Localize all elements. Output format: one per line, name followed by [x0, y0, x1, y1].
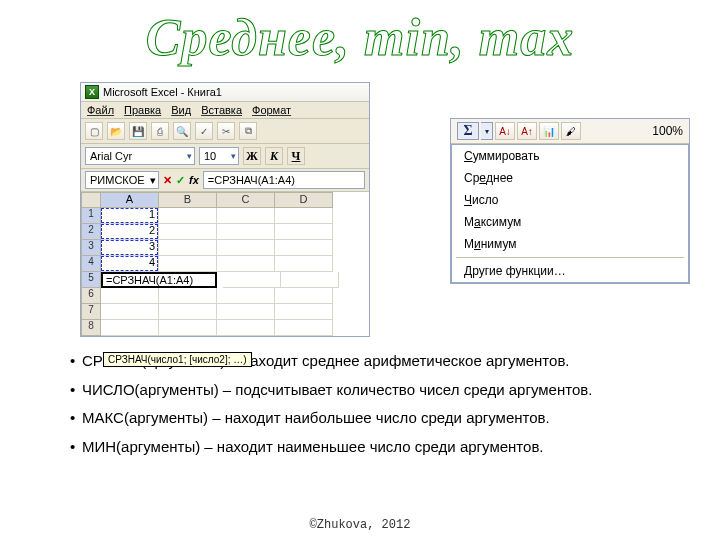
cell[interactable] — [159, 304, 217, 320]
open-icon[interactable]: 📂 — [107, 122, 125, 140]
name-box[interactable]: РИМСКОЕ ▾ — [85, 171, 159, 189]
cell[interactable] — [217, 224, 275, 240]
cell[interactable] — [159, 256, 217, 272]
row-header[interactable]: 5 — [81, 272, 101, 288]
cell[interactable] — [101, 320, 159, 336]
formatting-toolbar: Arial Cyr ▾ 10 ▾ Ж К Ч — [81, 144, 369, 169]
menu-average[interactable]: Среднее — [452, 167, 688, 189]
zoom-value[interactable]: 100% — [652, 124, 683, 138]
enter-icon[interactable]: ✓ — [176, 174, 185, 187]
autosum-toolbar: Σ ▾ A↓ A↑ 📊 🖌 100% Суммировать Среднее Ч… — [450, 118, 690, 284]
menubar: Файл Правка Вид Вставка Формат — [81, 102, 369, 119]
range-highlight — [101, 240, 158, 255]
col-header-a[interactable]: A — [101, 192, 159, 208]
cell-editing[interactable]: =СРЗНАЧ(A1:A4) — [101, 272, 217, 288]
row-header[interactable]: 3 — [81, 240, 101, 256]
sort-asc-icon[interactable]: A↓ — [495, 122, 515, 140]
cell[interactable] — [159, 224, 217, 240]
copy-icon[interactable]: ⧉ — [239, 122, 257, 140]
menu-edit[interactable]: Правка — [124, 104, 161, 116]
col-header-d[interactable]: D — [275, 192, 333, 208]
window-title: Microsoft Excel - Книга1 — [103, 86, 222, 98]
menu-insert[interactable]: Вставка — [201, 104, 242, 116]
font-size-combo[interactable]: 10 ▾ — [199, 147, 239, 165]
row-header[interactable]: 8 — [81, 320, 101, 336]
save-icon[interactable]: 💾 — [129, 122, 147, 140]
cell[interactable] — [159, 288, 217, 304]
row-header[interactable]: 2 — [81, 224, 101, 240]
cell[interactable] — [281, 272, 339, 288]
col-header-c[interactable]: C — [217, 192, 275, 208]
spell-icon[interactable]: ✓ — [195, 122, 213, 140]
autosum-chevron-icon[interactable]: ▾ — [481, 122, 493, 140]
menu-more[interactable]: Другие функции… — [452, 260, 688, 282]
cell[interactable]: 4 — [101, 256, 159, 272]
menu-format[interactable]: Формат — [252, 104, 291, 116]
bullet-maks: МАКС(аргументы) – находит наибольшее чис… — [70, 404, 700, 433]
cell[interactable] — [217, 240, 275, 256]
cell[interactable] — [101, 304, 159, 320]
row-header[interactable]: 6 — [81, 288, 101, 304]
cell[interactable] — [101, 288, 159, 304]
row-header[interactable]: 7 — [81, 304, 101, 320]
cell[interactable] — [275, 304, 333, 320]
row-header[interactable]: 4 — [81, 256, 101, 272]
sort-desc-icon[interactable]: A↑ — [517, 122, 537, 140]
range-highlight — [101, 256, 158, 271]
excel-window: X Microsoft Excel - Книга1 Файл Правка В… — [80, 82, 370, 337]
col-header-b[interactable]: B — [159, 192, 217, 208]
cell[interactable] — [275, 320, 333, 336]
new-icon[interactable]: ▢ — [85, 122, 103, 140]
chevron-down-icon: ▾ — [150, 174, 156, 187]
bold-button[interactable]: Ж — [243, 147, 261, 165]
formula-bar: РИМСКОЕ ▾ ✕ ✓ fx =СРЗНАЧ(A1:A4) — [81, 169, 369, 192]
menu-count[interactable]: Число — [452, 189, 688, 211]
cell[interactable] — [217, 256, 275, 272]
cell[interactable] — [275, 224, 333, 240]
chart-icon[interactable]: 📊 — [539, 122, 559, 140]
menu-view[interactable]: Вид — [171, 104, 191, 116]
row-header[interactable]: 1 — [81, 208, 101, 224]
cell[interactable] — [217, 208, 275, 224]
menu-sum[interactable]: Суммировать — [452, 145, 688, 167]
cell[interactable] — [159, 240, 217, 256]
formula-input[interactable]: =СРЗНАЧ(A1:A4) — [203, 171, 365, 189]
font-size-value: 10 — [204, 150, 216, 162]
name-box-value: РИМСКОЕ — [90, 174, 145, 186]
cell[interactable] — [275, 288, 333, 304]
print-icon[interactable]: ⎙ — [151, 122, 169, 140]
cell[interactable] — [217, 288, 275, 304]
cell[interactable]: 3 — [101, 240, 159, 256]
bullet-min: МИН(аргументы) – находит наименьшее числ… — [70, 433, 700, 462]
cut-icon[interactable]: ✂ — [217, 122, 235, 140]
cancel-icon[interactable]: ✕ — [163, 174, 172, 187]
formula-text: =СРЗНАЧ(A1:A4) — [208, 174, 295, 186]
italic-button[interactable]: К — [265, 147, 283, 165]
cell[interactable] — [217, 320, 275, 336]
preview-icon[interactable]: 🔍 — [173, 122, 191, 140]
cell[interactable] — [159, 320, 217, 336]
titlebar: X Microsoft Excel - Книга1 — [81, 83, 369, 102]
menu-min[interactable]: Минимум — [452, 233, 688, 255]
cell[interactable] — [275, 240, 333, 256]
font-name-combo[interactable]: Arial Cyr ▾ — [85, 147, 195, 165]
menu-file[interactable]: Файл — [87, 104, 114, 116]
spreadsheet-grid[interactable]: A B C D 11 22 33 44 5=СРЗНАЧ(A1:A4) 6 7 … — [81, 192, 369, 336]
cell[interactable] — [159, 208, 217, 224]
cell[interactable] — [275, 208, 333, 224]
cell[interactable] — [275, 256, 333, 272]
autosum-menu: Суммировать Среднее Число Максимум Миним… — [451, 144, 689, 283]
font-name-value: Arial Cyr — [90, 150, 132, 162]
menu-max[interactable]: Максимум — [452, 211, 688, 233]
cell[interactable]: 1 — [101, 208, 159, 224]
excel-app-icon: X — [85, 85, 99, 99]
select-all-corner[interactable] — [81, 192, 101, 208]
cell[interactable]: 2 — [101, 224, 159, 240]
drawing-icon[interactable]: 🖌 — [561, 122, 581, 140]
fx-icon[interactable]: fx — [189, 174, 199, 186]
menu-separator — [456, 257, 684, 258]
cell[interactable] — [217, 304, 275, 320]
underline-button[interactable]: Ч — [287, 147, 305, 165]
autosum-button[interactable]: Σ — [457, 122, 479, 140]
cell[interactable] — [223, 272, 281, 288]
